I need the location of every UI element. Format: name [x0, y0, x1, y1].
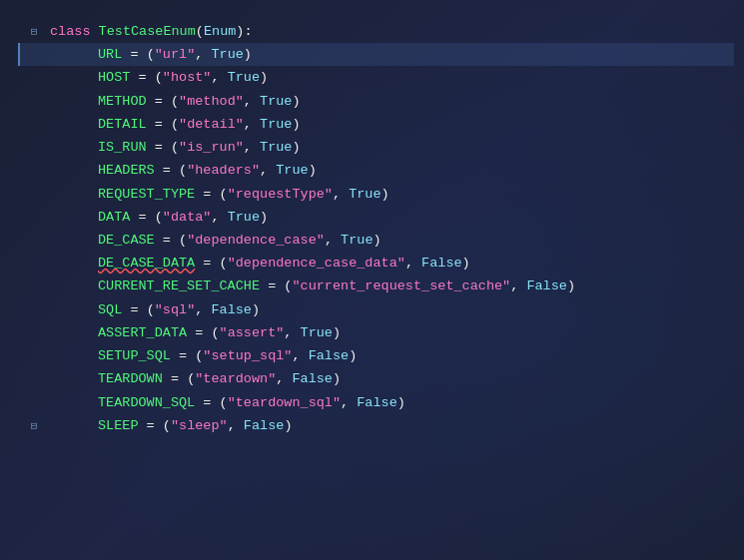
code-text: class TestCaseEnum(Enum):	[50, 20, 253, 43]
token-string: "detail"	[179, 117, 244, 132]
token-equals: =	[122, 302, 146, 317]
token-bool-true: True	[260, 140, 292, 155]
token-base-class: Enum	[204, 24, 236, 39]
code-line: ⊟SLEEP = ("sleep", False)	[20, 414, 734, 437]
token-class-name: TestCaseEnum	[99, 24, 196, 39]
token-string: "teardown_sql"	[228, 395, 341, 410]
token-equals: =	[163, 371, 187, 386]
code-line: DE_CASE = ("dependence_case", True)	[20, 229, 734, 252]
token-member: DATA	[98, 210, 130, 225]
token-paren: (	[179, 233, 187, 248]
gutter-icon: ⊟	[24, 417, 44, 436]
token-paren: )	[292, 140, 300, 155]
token-bool-true: True	[260, 117, 292, 132]
token-bool-true: True	[276, 163, 308, 178]
code-text: CURRENT_RE_SET_CACHE = ("current_request…	[98, 275, 575, 297]
code-line: METHOD = ("method", True)	[20, 90, 734, 113]
token-bool-false: False	[244, 418, 285, 433]
code-line: TEARDOWN_SQL = ("teardown_sql", False)	[20, 391, 734, 414]
token-equals: =	[139, 418, 163, 433]
token-paren: )	[252, 302, 260, 317]
token-equals: =	[130, 210, 154, 225]
code-line: TEARDOWN = ("teardown", False)	[20, 367, 734, 390]
token-comma: ,	[244, 94, 260, 109]
token-bool-false: False	[292, 371, 333, 386]
token-paren: (	[155, 70, 163, 85]
token-member: URL	[98, 47, 122, 62]
token-paren: (	[155, 210, 163, 225]
token-bool-true: True	[349, 187, 380, 202]
token-bool-true: True	[260, 94, 292, 109]
code-line: DATA = ("data", True)	[20, 206, 734, 229]
token-equals: =	[155, 233, 179, 248]
token-paren: )	[244, 47, 252, 62]
token-comma: ,	[341, 395, 357, 410]
token-kw-class: class	[50, 24, 99, 39]
token-comma: ,	[195, 302, 211, 317]
token-string: "is_run"	[179, 140, 244, 155]
code-line: DETAIL = ("detail", True)	[20, 113, 734, 136]
token-member: DE_CASE	[98, 233, 155, 248]
token-member: SETUP_SQL	[98, 348, 171, 363]
code-line: CURRENT_RE_SET_CACHE = ("current_request…	[20, 275, 734, 297]
code-text: TEARDOWN_SQL = ("teardown_sql", False)	[98, 391, 405, 414]
code-text: DE_CASE_DATA = ("dependence_case_data", …	[98, 252, 470, 275]
token-paren: )	[567, 279, 575, 293]
code-line: HOST = ("host", True)	[20, 66, 734, 89]
token-member: ASSERT_DATA	[98, 325, 187, 340]
token-paren: )	[333, 371, 341, 386]
token-member: METHOD	[98, 94, 147, 109]
code-text: TEARDOWN = ("teardown", False)	[98, 367, 341, 390]
token-equals: =	[171, 348, 195, 363]
code-text: IS_RUN = ("is_run", True)	[98, 136, 301, 159]
token-member: SLEEP	[98, 418, 139, 433]
token-equals: =	[195, 395, 219, 410]
token-comma: ,	[195, 47, 211, 62]
token-paren: )	[260, 70, 268, 85]
token-paren: )	[462, 256, 470, 271]
token-paren: )	[349, 348, 357, 363]
token-string: "sleep"	[171, 418, 228, 433]
token-bool-false: False	[211, 302, 252, 317]
token-string: "requestType"	[228, 187, 333, 202]
token-string: "url"	[155, 47, 196, 62]
token-member: IS_RUN	[98, 140, 147, 155]
token-equals: =	[260, 279, 284, 293]
token-paren: (	[171, 117, 179, 132]
token-equals: =	[195, 187, 219, 202]
token-member: TEARDOWN_SQL	[98, 395, 195, 410]
token-paren: (	[171, 94, 179, 109]
token-paren: (	[211, 325, 219, 340]
token-member: TEARDOWN	[98, 371, 163, 386]
token-member: SQL	[98, 302, 122, 317]
code-text: HOST = ("host", True)	[98, 66, 268, 89]
token-equals: =	[147, 117, 171, 132]
code-line: ⊟class TestCaseEnum(Enum):	[20, 20, 734, 43]
token-paren: )	[333, 325, 341, 340]
code-editor: ⊟class TestCaseEnum(Enum):URL = ("url", …	[0, 0, 744, 560]
token-bool-true: True	[301, 325, 333, 340]
code-text: ASSERT_DATA = ("assert", True)	[98, 321, 341, 344]
code-text: SETUP_SQL = ("setup_sql", False)	[98, 344, 357, 367]
token-paren: )	[372, 233, 380, 248]
token-string: "teardown"	[195, 371, 276, 386]
token-comma: ,	[325, 233, 341, 248]
code-line: ASSERT_DATA = ("assert", True)	[20, 321, 734, 344]
code-line: REQUEST_TYPE = ("requestType", True)	[20, 183, 734, 206]
code-text: DE_CASE = ("dependence_case", True)	[98, 229, 381, 252]
gutter-icon: ⊟	[24, 23, 44, 42]
token-equals: =	[122, 47, 146, 62]
token-paren: )	[397, 395, 405, 410]
token-colon: :	[244, 24, 252, 39]
token-string: "setup_sql"	[203, 348, 292, 363]
token-equals: =	[195, 256, 219, 271]
token-member: REQUEST_TYPE	[98, 187, 195, 202]
token-bool-true: True	[211, 47, 243, 62]
token-bool-true: True	[341, 233, 372, 248]
code-text: REQUEST_TYPE = ("requestType", True)	[98, 183, 389, 206]
token-paren: (	[220, 256, 228, 271]
token-bool-false: False	[309, 348, 350, 363]
token-string: "dependence_case_data"	[228, 256, 405, 271]
code-text: HEADERS = ("headers", True)	[98, 159, 317, 182]
code-text: DETAIL = ("detail", True)	[98, 113, 301, 136]
